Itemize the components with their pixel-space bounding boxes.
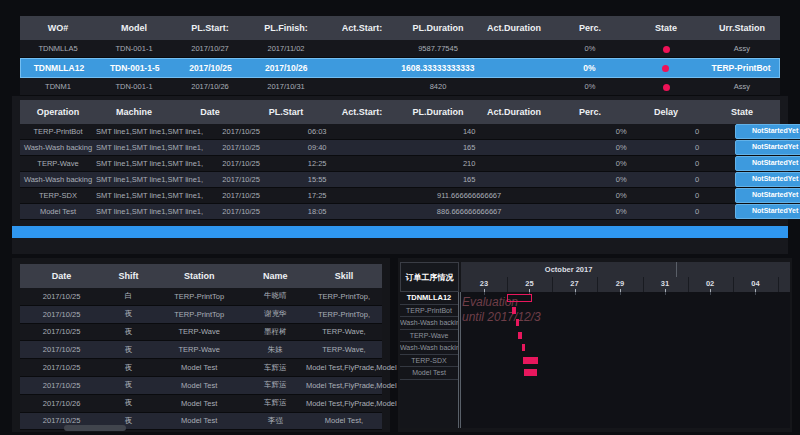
table-row[interactable]: TERP-SDXSMT line1,SMT line1,SMT line1,20… xyxy=(20,188,780,204)
grid-stub xyxy=(620,292,621,295)
day-cell-boundary xyxy=(778,277,779,292)
cell: SMT line1,SMT line1,SMT line1, xyxy=(96,159,203,168)
cell: 2017/10/27 xyxy=(172,44,248,53)
gantt-row-label[interactable]: Wash-Wash backing xyxy=(400,342,458,355)
cell: TDNMLLA5 xyxy=(20,44,96,53)
gantt-bar[interactable] xyxy=(524,369,538,376)
gantt-row-label[interactable]: TDNMLLA12 xyxy=(400,292,458,305)
cell: 2017/11/02 xyxy=(248,44,324,53)
cell: 车辉运 xyxy=(244,398,306,408)
gantt-row-label[interactable]: Wash-Wash backing xyxy=(400,317,458,330)
table-row[interactable]: TERP-PrintBotSMT line1,SMT line1,SMT lin… xyxy=(20,124,780,140)
cell: 2017/10/31 xyxy=(248,82,324,91)
cell: Model Test xyxy=(154,416,245,425)
cell: SMT line1,SMT line1,SMT line1, xyxy=(96,191,203,200)
table-row[interactable]: TDNMLLA12TDN-001-1-52017/10/252017/10/26… xyxy=(20,58,780,78)
cell: NotStartedYet xyxy=(735,188,800,203)
gantt-title: 订单工序情况 xyxy=(400,262,459,292)
cell: 朱妹 xyxy=(244,345,306,355)
gantt-row-label[interactable]: TERP-SDX xyxy=(400,355,458,368)
column-header: Perc. xyxy=(552,23,628,33)
cell: 0 xyxy=(659,175,735,184)
gantt-bar[interactable] xyxy=(507,294,532,302)
status-dot-icon xyxy=(663,84,670,91)
cell: TERP-PrintTop xyxy=(154,292,245,301)
table-row[interactable]: 2017/10/25夜TERP-PrintTop谢克华TERP-PrintTop… xyxy=(20,306,382,324)
gantt-row-label[interactable]: Model Test xyxy=(400,367,458,380)
cell: 1608.33333333333 xyxy=(400,63,476,73)
status-dot-icon xyxy=(662,65,669,72)
table-row[interactable]: TERP-WaveSMT line1,SMT line1,SMT line1,2… xyxy=(20,156,780,172)
table-row[interactable]: TDNMLLA5TDN-001-12017/10/272017/11/02958… xyxy=(20,40,780,58)
day-cell-boundary xyxy=(597,277,598,292)
table-row[interactable]: 2017/10/25夜Model Test车辉运Model Test,FlyPr… xyxy=(20,359,382,377)
cell: 墨程树 xyxy=(244,327,306,337)
table-row[interactable]: 2017/10/25夜TERP-Wave墨程树TERP-Wave, xyxy=(20,324,382,342)
column-header: PL.Duration xyxy=(400,107,476,117)
table-row[interactable]: 2017/10/25夜Model Test车辉运Model Test,FlyPr… xyxy=(20,377,382,395)
table-row[interactable]: Wash-Wash backingSMT line1,SMT line1,SMT… xyxy=(20,140,780,156)
cell: 牛晓晴 xyxy=(244,291,306,301)
cell: TERP-SDX xyxy=(20,191,96,200)
gantt-bar[interactable] xyxy=(512,307,515,314)
table-row[interactable]: TDNM1TDN-001-12017/10/262017/10/3184200%… xyxy=(20,78,780,96)
cell: SMT line1,SMT line1,SMT line1, xyxy=(96,127,203,136)
cell: Model Test xyxy=(154,381,245,390)
gantt-bar[interactable] xyxy=(516,319,519,326)
cell: 911.666666666667 xyxy=(431,191,507,200)
cell: 0% xyxy=(552,63,628,73)
state-button[interactable]: NotStartedYet xyxy=(735,124,800,139)
column-header: Act.Start: xyxy=(324,23,400,33)
cell: TERP-Wave xyxy=(154,345,245,354)
table-row[interactable]: 2017/10/25白TERP-PrintTop牛晓晴TERP-PrintTop… xyxy=(20,288,382,306)
state-button[interactable]: NotStartedYet xyxy=(735,172,800,187)
horizontal-scrollbar-thumb[interactable] xyxy=(64,425,126,431)
gantt-bar[interactable] xyxy=(518,332,522,339)
cell: 夜 xyxy=(103,327,154,337)
cell: 06:03 xyxy=(279,127,355,136)
state-button[interactable]: NotStartedYet xyxy=(735,156,800,171)
cell: 夜 xyxy=(103,380,154,390)
cell: 0 xyxy=(659,127,735,136)
cell: TERP-PrintTop, xyxy=(306,310,382,319)
grid-stub xyxy=(575,292,576,295)
gantt-row-label[interactable]: TERP-Wave xyxy=(400,330,458,343)
cell: TERP-PrintTop, xyxy=(306,292,382,301)
cell: 2017/10/25 xyxy=(20,363,103,372)
column-header: State xyxy=(628,23,704,33)
state-button[interactable]: NotStartedYet xyxy=(735,188,800,203)
operations-table: OperationMachineDatePL.StartAct.Start:PL… xyxy=(20,100,780,220)
cell: TDNM1 xyxy=(20,82,96,91)
cell: 0% xyxy=(583,143,659,152)
cell: 车辉运 xyxy=(244,363,306,373)
cell: 0 xyxy=(659,191,735,200)
table-header-row: DateShiftStationNameSkill xyxy=(20,264,382,288)
cell: 2017/10/25 xyxy=(20,345,103,354)
gantt-bar[interactable] xyxy=(523,357,537,364)
table-row[interactable]: 2017/10/26夜Model Test车辉运Model Test,FlyPr… xyxy=(20,395,382,413)
table-row[interactable]: Wash-Wash backingSMT line1,SMT line1,SMT… xyxy=(20,172,780,188)
cell: 0% xyxy=(583,159,659,168)
table-row[interactable]: Model TestSMT line1,SMT line1,SMT line1,… xyxy=(20,204,780,220)
cell: 夜 xyxy=(103,398,154,408)
day-cell-boundary xyxy=(507,277,508,292)
column-header: Station xyxy=(154,271,245,281)
month-divider xyxy=(676,262,677,277)
cell xyxy=(628,82,704,91)
cell: TERP-Wave xyxy=(20,159,96,168)
column-header: Date xyxy=(172,107,248,117)
table-header-row: OperationMachineDatePL.StartAct.Start:PL… xyxy=(20,100,780,124)
cell: Wash-Wash backing xyxy=(20,175,96,184)
cell: 2017/10/25 xyxy=(20,310,103,319)
table-row[interactable]: 2017/10/25夜TERP-Wave朱妹TERP-Wave, xyxy=(20,341,382,359)
cell: 12:25 xyxy=(279,159,355,168)
state-button[interactable]: NotStartedYet xyxy=(735,140,800,155)
column-header: PL.Start xyxy=(248,107,324,117)
state-button[interactable]: NotStartedYet xyxy=(735,204,800,219)
day-cell-boundary xyxy=(643,277,644,292)
gantt-row-label[interactable]: TERP-PrintBot xyxy=(400,305,458,318)
selection-bar[interactable] xyxy=(12,226,788,238)
cell: Model Test,FlyPrade,Model T xyxy=(306,399,403,408)
gantt-bar[interactable] xyxy=(522,344,525,351)
cell: 2017/10/25 xyxy=(20,327,103,336)
